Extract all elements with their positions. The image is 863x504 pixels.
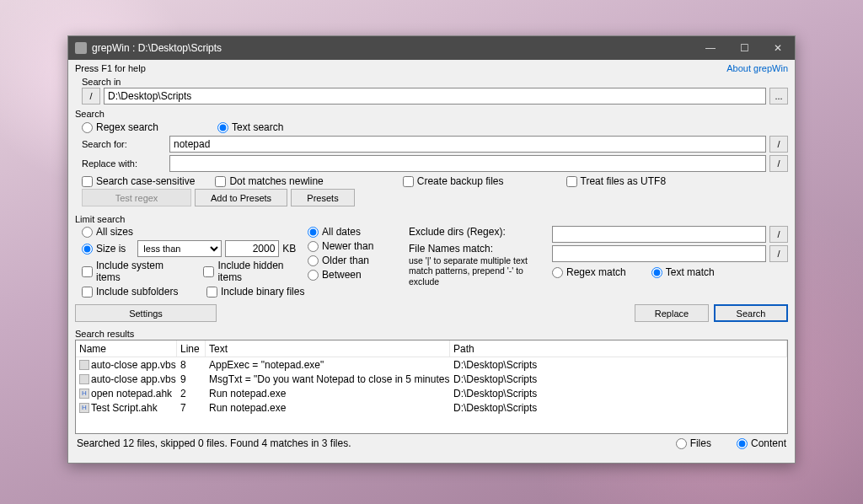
grepwin-window: grepWin : D:\Desktop\Scripts — ☐ ✕ Press… — [67, 35, 796, 464]
file-icon: H — [79, 389, 89, 399]
replace-with-history-button[interactable]: / — [769, 155, 788, 172]
col-name: Name — [76, 340, 177, 357]
include-hidden-check[interactable]: Include hidden items — [203, 260, 308, 283]
file-name: Test Script.ahk — [91, 402, 158, 414]
file-path: D:\Desktop\Scripts — [450, 402, 787, 414]
size-op-select[interactable]: less than — [137, 240, 222, 257]
file-path: D:\Desktop\Scripts — [450, 388, 787, 399]
size-unit-label: KB — [282, 243, 296, 255]
text-search-radio[interactable]: Text search — [217, 121, 283, 133]
results-header[interactable]: Name Line Text Path — [76, 340, 787, 357]
include-binary-check[interactable]: Include binary files — [206, 286, 304, 298]
client-area: Press F1 for help About grepWin Search i… — [68, 60, 795, 454]
exclude-dirs-label: Exclude dirs (Regex): — [409, 226, 547, 238]
search-in-label: Search in — [82, 77, 788, 87]
match-text: Run notepad.exe — [206, 402, 450, 414]
window-title: grepWin : D:\Desktop\Scripts — [92, 42, 694, 54]
dot-newline-check[interactable]: Dot matches newline — [215, 175, 323, 187]
line-number: 2 — [177, 388, 206, 399]
col-text: Text — [206, 340, 450, 357]
line-number: 7 — [177, 402, 206, 414]
match-text: AppExec = "notepad.exe" — [206, 359, 450, 371]
presets-button[interactable]: Presets — [291, 189, 355, 206]
search-in-input[interactable] — [104, 88, 766, 105]
titlebar[interactable]: grepWin : D:\Desktop\Scripts — ☐ ✕ — [68, 36, 795, 60]
filenames-input[interactable] — [552, 245, 766, 262]
size-value-input[interactable] — [225, 240, 279, 257]
files-view-radio[interactable]: Files — [676, 437, 711, 449]
include-system-check[interactable]: Include system items — [82, 260, 186, 283]
regex-search-radio[interactable]: Regex search — [82, 121, 158, 133]
search-group-label: Search — [75, 109, 788, 119]
file-name: auto-close app.vbs — [91, 373, 176, 385]
filenames-label: File Names match: — [409, 243, 547, 255]
search-for-history-button[interactable]: / — [769, 136, 788, 153]
include-subfolders-check[interactable]: Include subfolders — [82, 286, 190, 298]
search-for-input[interactable] — [169, 136, 766, 153]
limit-group-label: Limit search — [75, 214, 788, 224]
table-row[interactable]: HTest Script.ahk7 Run notepad.exeD:\Desk… — [76, 400, 787, 415]
search-button[interactable]: Search — [714, 304, 788, 322]
search-for-label: Search for: — [82, 139, 166, 149]
file-icon — [79, 360, 89, 370]
table-row[interactable]: auto-close app.vbs8AppExec = "notepad.ex… — [76, 357, 787, 372]
size-is-radio[interactable]: Size is — [82, 243, 126, 255]
file-name: open notepad.ahk — [91, 388, 172, 399]
all-sizes-radio[interactable]: All sizes — [82, 226, 308, 238]
status-text: Searched 12 files, skipped 0 files. Foun… — [77, 437, 351, 449]
replace-with-input[interactable] — [169, 155, 766, 172]
browse-button[interactable]: ... — [769, 88, 788, 105]
older-radio[interactable]: Older than — [308, 255, 409, 266]
table-row[interactable]: Hopen notepad.ahk2 Run notepad.exeD:\Des… — [76, 386, 787, 400]
help-hint: Press F1 for help — [75, 63, 146, 73]
text-match-radio[interactable]: Text match — [651, 266, 715, 278]
case-sensitive-check[interactable]: Search case-sensitive — [82, 175, 195, 187]
replace-with-label: Replace with: — [82, 158, 166, 169]
newer-radio[interactable]: Newer than — [308, 240, 409, 252]
results-label: Search results — [75, 329, 788, 339]
between-radio[interactable]: Between — [308, 269, 409, 281]
file-path: D:\Desktop\Scripts — [450, 373, 787, 385]
close-button[interactable]: ✕ — [761, 36, 795, 60]
file-icon — [79, 374, 89, 384]
replace-button[interactable]: Replace — [635, 304, 709, 322]
filenames-history-button[interactable]: / — [769, 245, 788, 262]
col-line: Line — [177, 340, 206, 357]
search-in-history-button[interactable]: / — [82, 88, 100, 105]
file-path: D:\Desktop\Scripts — [450, 359, 787, 371]
filenames-hint: use '|' to separate multiple text match … — [409, 255, 547, 287]
all-dates-radio[interactable]: All dates — [308, 226, 409, 238]
file-name: auto-close app.vbs — [91, 359, 176, 371]
utf8-check[interactable]: Treat files as UTF8 — [566, 175, 667, 187]
minimize-button[interactable]: — — [694, 36, 727, 60]
exclude-dirs-history-button[interactable]: / — [769, 226, 788, 243]
col-path: Path — [450, 340, 787, 357]
match-text: Run notepad.exe — [206, 388, 450, 399]
regex-match-radio[interactable]: Regex match — [552, 266, 626, 278]
match-text: MsgTxt = "Do you want Notepad to close i… — [206, 373, 450, 385]
exclude-dirs-input[interactable] — [552, 226, 766, 243]
maximize-button[interactable]: ☐ — [727, 36, 761, 60]
settings-button[interactable]: Settings — [75, 304, 217, 322]
about-link[interactable]: About grepWin — [726, 63, 788, 73]
test-regex-button[interactable]: Test regex — [82, 189, 191, 206]
results-list[interactable]: Name Line Text Path auto-close app.vbs8A… — [75, 340, 788, 434]
table-row[interactable]: auto-close app.vbs9MsgTxt = "Do you want… — [76, 372, 787, 386]
line-number: 9 — [177, 373, 206, 385]
backup-check[interactable]: Create backup files — [403, 175, 504, 187]
file-icon: H — [79, 403, 89, 413]
content-view-radio[interactable]: Content — [737, 437, 786, 449]
line-number: 8 — [177, 359, 206, 371]
add-presets-button[interactable]: Add to Presets — [195, 189, 287, 206]
app-icon — [75, 42, 87, 54]
